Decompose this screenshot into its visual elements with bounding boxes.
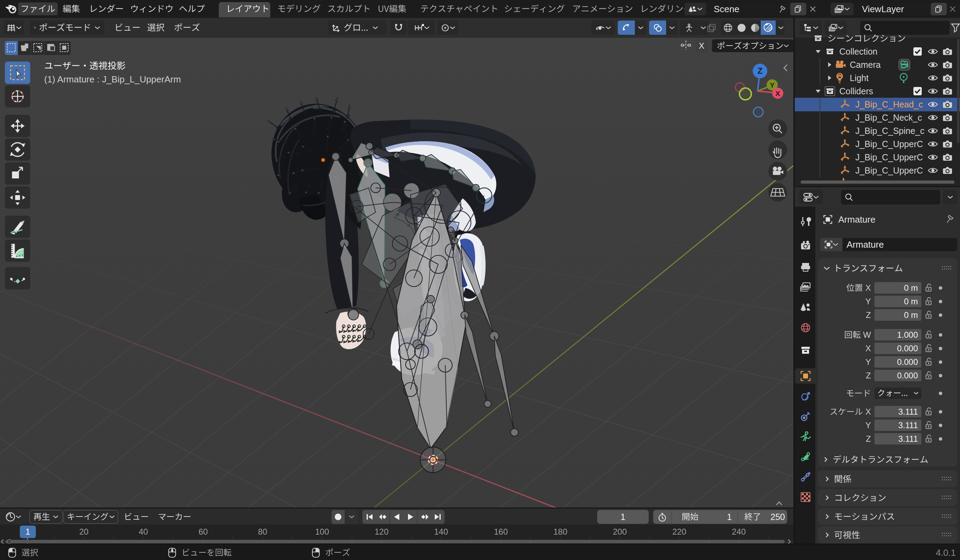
- svg-text:X: X: [775, 90, 780, 98]
- svg-text:Y: Y: [770, 81, 774, 89]
- svg-text:Z: Z: [758, 66, 763, 75]
